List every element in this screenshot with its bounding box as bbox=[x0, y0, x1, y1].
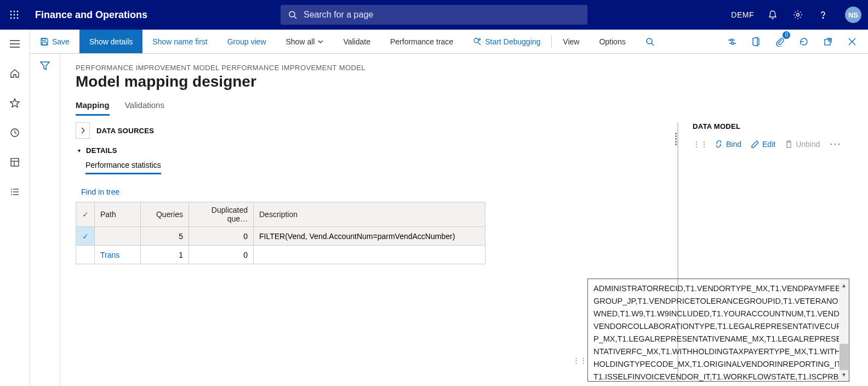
cell-queries: 5 bbox=[141, 227, 189, 246]
find-button[interactable] bbox=[636, 30, 664, 53]
col-description[interactable]: Description bbox=[254, 202, 486, 227]
chevron-down-icon bbox=[318, 40, 323, 43]
connect-icon[interactable] bbox=[722, 32, 741, 51]
splitter-handle[interactable] bbox=[675, 122, 677, 155]
unbind-button: Unbind bbox=[785, 140, 820, 149]
performance-trace-button[interactable]: Performance trace bbox=[380, 30, 463, 53]
left-rail bbox=[0, 30, 30, 386]
refresh-icon[interactable] bbox=[795, 32, 813, 51]
svg-rect-17 bbox=[11, 158, 19, 166]
breadcrumb: PERFORMANCE IMPROVEMENT MODEL PERFORMANC… bbox=[76, 64, 853, 72]
recent-icon[interactable] bbox=[7, 125, 22, 140]
hamburger-icon[interactable] bbox=[7, 36, 22, 52]
performance-statistics-table: ✓ Path Queries Duplicated que… Descripti… bbox=[76, 202, 486, 264]
scroll-thumb[interactable] bbox=[840, 344, 848, 370]
svg-rect-26 bbox=[42, 38, 45, 41]
action-bar: Save Show details Show name first Group … bbox=[30, 30, 868, 54]
close-icon[interactable] bbox=[843, 32, 861, 51]
tab-validations[interactable]: Validations bbox=[125, 100, 164, 116]
save-button[interactable]: Save bbox=[30, 30, 79, 53]
subtab-performance-statistics[interactable]: Performance statistics bbox=[85, 161, 161, 174]
bell-icon[interactable] bbox=[766, 8, 779, 21]
row-selected-icon[interactable]: ✓ bbox=[76, 227, 95, 246]
avatar[interactable]: NS bbox=[845, 7, 861, 23]
scroll-up-icon[interactable]: ▲ bbox=[841, 279, 847, 292]
col-duplicated-queries[interactable]: Duplicated que… bbox=[189, 202, 254, 227]
show-name-first-button[interactable]: Show name first bbox=[142, 30, 217, 53]
expand-datasources-button[interactable] bbox=[76, 122, 90, 139]
svg-rect-27 bbox=[42, 42, 47, 45]
svg-point-11 bbox=[797, 14, 800, 16]
save-label: Save bbox=[52, 37, 70, 46]
cell-dup: 0 bbox=[189, 227, 254, 246]
data-model-title: DATA MODEL bbox=[693, 122, 853, 130]
office-icon[interactable] bbox=[746, 32, 765, 51]
search-input[interactable]: Search for a page bbox=[281, 5, 587, 25]
search-icon bbox=[288, 10, 297, 19]
cell-desc: FILTER(Vend, Vend.AccountNum=parmVendAcc… bbox=[254, 227, 486, 246]
group-view-button[interactable]: Group view bbox=[218, 30, 276, 53]
chevron-down-icon[interactable]: ▾ bbox=[78, 147, 81, 154]
svg-point-6 bbox=[10, 18, 12, 19]
sql-query-panel[interactable]: ADMINISTRATORRECID,T1.VENDORTYPE_MX,T1.V… bbox=[587, 279, 849, 382]
splitter-handle-small[interactable]: ⋮⋮ bbox=[693, 140, 708, 149]
modules-icon[interactable] bbox=[7, 184, 22, 200]
svg-point-2 bbox=[17, 11, 19, 13]
star-icon[interactable] bbox=[7, 95, 22, 111]
svg-point-29 bbox=[479, 38, 481, 40]
svg-point-1 bbox=[14, 11, 15, 13]
svg-line-31 bbox=[652, 43, 654, 46]
path-link[interactable]: Trans bbox=[100, 251, 119, 259]
paperclip-icon bbox=[775, 37, 784, 47]
options-button[interactable]: Options bbox=[589, 30, 635, 53]
cell-dup: 0 bbox=[189, 246, 254, 264]
svg-point-32 bbox=[730, 39, 733, 41]
view-button[interactable]: View bbox=[553, 30, 589, 53]
col-queries[interactable]: Queries bbox=[141, 202, 189, 227]
table-row[interactable]: ✓ 5 0 FILTER(Vend, Vend.AccountNum=parmV… bbox=[76, 227, 486, 246]
svg-line-10 bbox=[294, 16, 296, 19]
cell-desc bbox=[254, 246, 486, 264]
bind-button[interactable]: Bind bbox=[715, 140, 741, 149]
search-placeholder: Search for a page bbox=[304, 10, 373, 20]
more-actions-button[interactable]: ··· bbox=[830, 138, 842, 150]
page-title: Model mapping designer bbox=[76, 73, 853, 90]
validate-button[interactable]: Validate bbox=[333, 30, 380, 53]
attachments-button[interactable]: 0 bbox=[770, 32, 789, 51]
company-code[interactable]: DEMF bbox=[731, 10, 754, 19]
find-in-tree-link[interactable]: Find in tree bbox=[81, 188, 119, 196]
select-all-checkbox[interactable]: ✓ bbox=[76, 202, 95, 227]
show-details-button[interactable]: Show details bbox=[79, 30, 142, 53]
horizontal-splitter[interactable]: ⋮⋮ bbox=[573, 356, 587, 365]
search-icon bbox=[646, 37, 654, 46]
attachments-badge: 0 bbox=[783, 31, 790, 39]
row-checkbox[interactable] bbox=[76, 246, 95, 264]
svg-point-8 bbox=[17, 18, 19, 19]
filter-icon[interactable] bbox=[40, 61, 50, 386]
popout-icon[interactable] bbox=[819, 32, 837, 51]
chevron-right-icon bbox=[81, 127, 85, 134]
waffle-icon[interactable] bbox=[7, 7, 22, 22]
trash-icon bbox=[785, 140, 792, 148]
workspaces-icon[interactable] bbox=[7, 155, 22, 170]
tab-mapping[interactable]: Mapping bbox=[76, 100, 110, 116]
data-sources-title: DATA SOURCES bbox=[96, 127, 154, 135]
edit-button[interactable]: Edit bbox=[751, 140, 775, 149]
scroll-down-icon[interactable]: ▼ bbox=[841, 368, 847, 381]
svg-point-33 bbox=[732, 42, 734, 44]
gear-icon[interactable] bbox=[791, 8, 804, 21]
svg-point-5 bbox=[17, 14, 19, 16]
home-icon[interactable] bbox=[7, 66, 22, 81]
svg-point-0 bbox=[10, 11, 12, 13]
cell-path bbox=[95, 227, 141, 246]
start-debugging-button[interactable]: Start Debugging bbox=[463, 30, 550, 53]
col-path[interactable]: Path bbox=[95, 202, 141, 227]
svg-point-7 bbox=[14, 18, 15, 19]
table-row[interactable]: Trans 1 0 bbox=[76, 246, 486, 264]
svg-point-9 bbox=[289, 12, 295, 17]
cell-path: Trans bbox=[95, 246, 141, 264]
show-all-button[interactable]: Show all bbox=[276, 30, 334, 53]
help-icon[interactable] bbox=[816, 8, 830, 21]
pencil-icon bbox=[751, 140, 759, 148]
sql-text: ADMINISTRATORRECID,T1.VENDORTYPE_MX,T1.V… bbox=[593, 284, 843, 386]
